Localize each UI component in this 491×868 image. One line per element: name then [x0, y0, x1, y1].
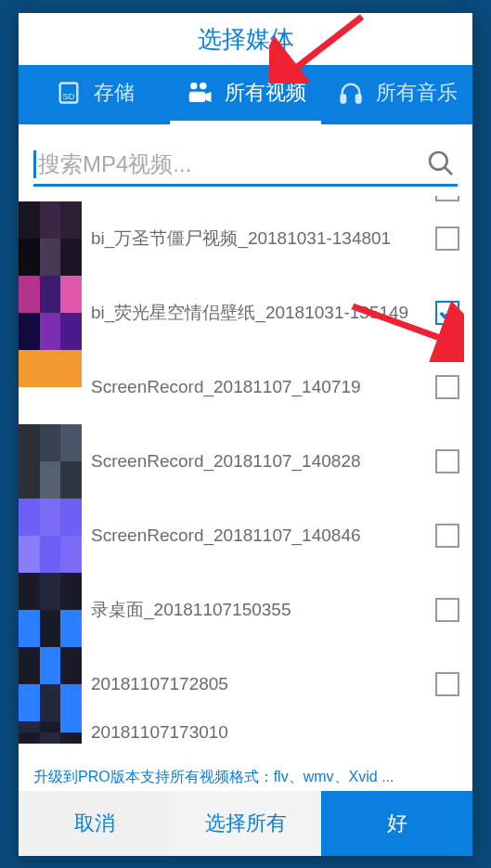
page-title: 选择媒体 [19, 13, 472, 65]
video-thumbnail [19, 424, 82, 499]
svg-rect-5 [341, 95, 345, 102]
text-caret [33, 150, 36, 178]
video-filename: ScreenRecord_20181107_140719 [82, 376, 435, 399]
video-thumbnail [19, 647, 82, 721]
video-filename: ScreenRecord_20181107_140846 [82, 525, 435, 548]
list-item[interactable]: 录桌面_20181107150355 [19, 573, 472, 647]
ok-button[interactable]: 好 [321, 791, 472, 856]
select-checkbox[interactable] [435, 598, 459, 622]
video-thumbnail [19, 276, 82, 350]
list-item[interactable]: ScreenRecord_20181107_140719 [19, 350, 472, 424]
svg-text:SD: SD [62, 92, 74, 101]
list-item[interactable]: bi_荧光星空情侣壁纸_20181031-135149 [19, 276, 472, 350]
tab-label: 存储 [94, 79, 135, 107]
svg-rect-4 [188, 92, 205, 102]
svg-point-2 [190, 83, 198, 90]
list-item[interactable]: ScreenRecord_20181107_140846 [19, 499, 472, 573]
video-filename: bi_万圣节僵尸视频_20181031-134801 [82, 227, 435, 251]
list-item[interactable]: ScreenRecord_20181107_140828 [19, 424, 472, 499]
svg-rect-6 [355, 95, 360, 102]
tab-label: 所有音乐 [376, 79, 458, 107]
select-all-button[interactable]: 选择所有 [170, 791, 321, 856]
sd-card-icon: SD [55, 79, 83, 107]
headphones-icon [337, 79, 365, 107]
media-select-dialog: 选择媒体 SD 存储 所有视频 [19, 13, 472, 856]
list-item[interactable]: 20181107172805 [19, 647, 472, 721]
video-thumbnail [19, 499, 82, 573]
tab-storage[interactable]: SD 存储 [19, 65, 170, 124]
search-bar [19, 124, 472, 196]
list-item[interactable]: bi_万圣节僵尸视频_20181031-134801 [19, 201, 472, 276]
tab-all-music[interactable]: 所有音乐 [321, 65, 472, 124]
video-camera-icon [186, 79, 213, 107]
svg-point-3 [200, 83, 207, 90]
video-filename: 录桌面_20181107150355 [82, 599, 435, 622]
video-list[interactable]: bi_万圣节僵尸视频_20181031-134801bi_荧光星空情侣壁纸_20… [19, 196, 472, 764]
search-input[interactable] [38, 151, 426, 177]
video-thumbnail [19, 201, 82, 276]
select-checkbox[interactable] [435, 375, 459, 399]
list-item[interactable]: 20181107173010 [19, 721, 472, 744]
select-checkbox[interactable] [435, 227, 459, 251]
tab-bar: SD 存储 所有视频 所有音乐 [19, 65, 472, 124]
search-icon[interactable] [426, 149, 458, 180]
cancel-button[interactable]: 取消 [19, 791, 170, 856]
svg-point-7 [430, 152, 447, 170]
video-thumbnail [19, 721, 82, 744]
video-filename: bi_荧光星空情侣壁纸_20181031-135149 [82, 302, 435, 325]
dialog-footer: 取消 选择所有 好 [19, 791, 472, 856]
video-thumbnail [19, 350, 82, 424]
select-checkbox[interactable] [435, 524, 459, 548]
select-checkbox[interactable] [435, 672, 459, 696]
video-thumbnail [19, 573, 82, 647]
pro-upgrade-banner[interactable]: 升级到PRO版本支持所有视频格式：flv、wmv、Xvid ... [19, 764, 472, 791]
video-filename: ScreenRecord_20181107_140828 [82, 450, 435, 473]
select-checkbox[interactable] [435, 449, 459, 473]
video-filename: 20181107173010 [82, 721, 472, 744]
select-checkbox[interactable] [435, 301, 459, 325]
video-filename: 20181107172805 [82, 673, 435, 696]
tab-label: 所有视频 [225, 79, 306, 107]
tab-all-videos[interactable]: 所有视频 [170, 65, 321, 124]
